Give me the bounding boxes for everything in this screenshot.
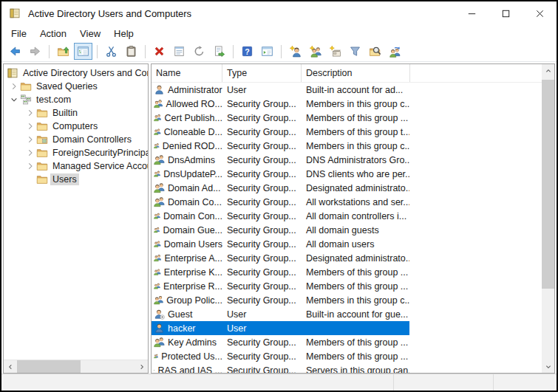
cell-name: Enterprise R... xyxy=(152,281,222,292)
cell-type: Security Group... xyxy=(222,295,302,306)
refresh-button[interactable] xyxy=(190,43,208,60)
table-row-domain-ad[interactable]: Domain Ad...Security Group...Designated … xyxy=(152,181,409,195)
table-row-domain-gue[interactable]: Domain Gue...Security Group...All domain… xyxy=(152,223,409,237)
object-name: Denied ROD... xyxy=(163,141,222,151)
scroll-up-button[interactable] xyxy=(542,64,554,77)
paste-button[interactable] xyxy=(122,43,140,60)
cell-type: Security Group... xyxy=(222,141,302,151)
up-one-level-button[interactable] xyxy=(54,43,72,60)
find-button[interactable] xyxy=(366,43,384,60)
list-vertical-scrollbar[interactable] xyxy=(542,64,554,373)
add-to-group-button[interactable] xyxy=(386,43,404,60)
statusbar-section xyxy=(494,374,557,391)
forward-button[interactable] xyxy=(26,43,44,60)
minimize-button[interactable] xyxy=(455,1,489,25)
console-window-button[interactable] xyxy=(258,43,276,60)
new-user-button[interactable] xyxy=(286,43,304,60)
chevron-collapsed-icon[interactable] xyxy=(24,161,36,171)
maximize-button[interactable] xyxy=(489,1,523,25)
table-row-domain-co[interactable]: Domain Co...Security Group...All worksta… xyxy=(152,195,409,209)
table-row-domain-con[interactable]: Domain Con...Security Group...All domain… xyxy=(152,209,409,223)
table-row-cert-publish[interactable]: Cert Publish...Security Group...Members … xyxy=(152,111,409,125)
table-row-denied-rod[interactable]: Denied ROD...Security Group...Members in… xyxy=(152,139,409,153)
security-group-icon xyxy=(154,224,160,235)
filter-button[interactable] xyxy=(346,43,364,60)
tree-item-test-com[interactable]: test.com xyxy=(4,93,148,106)
cell-type: Security Group... xyxy=(222,253,302,264)
chevron-collapsed-icon[interactable] xyxy=(8,81,20,92)
show-console-tree-button[interactable] xyxy=(74,43,92,60)
tree-item-domain-controllers[interactable]: Domain Controllers xyxy=(4,133,148,146)
table-row-enterprise-a[interactable]: Enterprise A...Security Group...Designat… xyxy=(152,251,409,265)
tree-item-active-directory-users-and-computers[interactable]: Active Directory Users and Computers xyxy=(4,66,148,80)
security-group-icon xyxy=(154,196,165,207)
object-name: hacker xyxy=(168,323,196,334)
scroll-left-button[interactable] xyxy=(4,360,16,373)
statusbar-section xyxy=(394,374,494,391)
tree-item-foreignsecurityprincipals[interactable]: ForeignSecurityPrincipals xyxy=(4,146,148,159)
chevron-collapsed-icon[interactable] xyxy=(24,121,36,131)
folder-icon xyxy=(36,107,48,119)
object-name: Domain Co... xyxy=(168,197,222,207)
tree-item-label: test.com xyxy=(34,94,73,106)
vertical-scroll-thumb[interactable] xyxy=(542,80,554,289)
new-group-button[interactable] xyxy=(306,43,324,60)
menu-help[interactable]: Help xyxy=(107,27,140,41)
chevron-collapsed-glyph xyxy=(25,134,35,145)
table-row-cloneable-d[interactable]: Cloneable D...Security Group...Members o… xyxy=(152,125,409,139)
table-row-administrator[interactable]: AdministratorUserBuilt-in account for ad… xyxy=(152,83,409,97)
tree-item-computers[interactable]: Computers xyxy=(4,120,148,133)
column-header-name[interactable]: Name xyxy=(152,64,222,82)
table-row-guest[interactable]: GuestUserBuilt-in account for gue... xyxy=(152,307,409,321)
table-row-domain-users[interactable]: Domain UsersSecurity Group...All domain … xyxy=(152,237,409,251)
chevron-collapsed-icon[interactable] xyxy=(24,108,36,118)
tree-item-users[interactable]: Users xyxy=(4,173,148,186)
cell-description: DNS clients who are per... xyxy=(302,169,409,179)
delete-button[interactable] xyxy=(150,43,169,60)
scroll-down-button[interactable] xyxy=(542,360,554,373)
cell-type: Security Group... xyxy=(222,211,302,221)
scroll-right-button[interactable] xyxy=(135,360,148,373)
tree-item-label: Users xyxy=(50,173,79,185)
menu-file[interactable]: File xyxy=(4,27,33,41)
new-ou-button[interactable] xyxy=(326,43,344,60)
table-row-enterprise-k[interactable]: Enterprise K...Security Group...Members … xyxy=(152,265,409,279)
table-row-dnsupdatep[interactable]: DnsUpdateP...Security Group...DNS client… xyxy=(152,167,409,181)
table-row-allowed-ro[interactable]: Allowed RO...Security Group...Members in… xyxy=(152,97,409,111)
help-button[interactable]: ? xyxy=(238,43,256,60)
table-row-key-admins[interactable]: Key AdminsSecurity Group...Members of th… xyxy=(152,335,409,349)
table-row-protected-us[interactable]: Protected Us...Security Group...Members … xyxy=(152,349,409,363)
back-button[interactable] xyxy=(6,43,24,60)
object-name: RAS and IAS ... xyxy=(157,365,222,374)
close-button[interactable] xyxy=(523,1,557,25)
table-row-hacker[interactable]: hackerUser xyxy=(152,321,409,335)
cell-type: Security Group... xyxy=(222,239,302,250)
export-list-button[interactable] xyxy=(210,43,228,60)
menu-action[interactable]: Action xyxy=(33,27,73,41)
toolbar-separator xyxy=(281,45,282,58)
column-header-type[interactable]: Type xyxy=(222,64,302,82)
list-body: AdministratorUserBuilt-in account for ad… xyxy=(152,83,554,373)
folder-icon xyxy=(36,147,48,159)
table-row-dnsadmins[interactable]: DnsAdminsSecurity Group...DNS Administra… xyxy=(152,153,409,167)
cut-icon xyxy=(105,45,118,58)
menu-view[interactable]: View xyxy=(73,27,107,41)
chevron-collapsed-icon[interactable] xyxy=(24,134,36,145)
properties-button[interactable] xyxy=(170,43,188,60)
up-one-level-icon xyxy=(57,45,69,58)
chevron-collapsed-icon[interactable] xyxy=(24,148,36,158)
folder-glyph xyxy=(36,147,48,159)
tree-horizontal-scrollbar[interactable] xyxy=(4,360,148,373)
cell-name: Enterprise A... xyxy=(152,252,222,264)
tree-item-builtin[interactable]: Builtin xyxy=(4,106,148,120)
chevron-collapsed-glyph xyxy=(25,108,35,118)
chevron-expanded-icon[interactable] xyxy=(8,94,20,105)
table-row-enterprise-r[interactable]: Enterprise R...Security Group...Members … xyxy=(152,279,409,293)
cut-button[interactable] xyxy=(102,43,120,60)
table-row-group-polic[interactable]: Group Polic...Security Group...Members i… xyxy=(152,293,409,307)
horizontal-scroll-thumb[interactable] xyxy=(17,360,81,373)
tree-item-managed-service-accounts[interactable]: Managed Service Accounts xyxy=(4,159,148,173)
table-row-ras-and-ias[interactable]: RAS and IAS ...Security Group...Servers … xyxy=(152,363,409,373)
column-header-description[interactable]: Description xyxy=(302,64,410,82)
tree-item-saved-queries[interactable]: Saved Queries xyxy=(4,80,148,93)
